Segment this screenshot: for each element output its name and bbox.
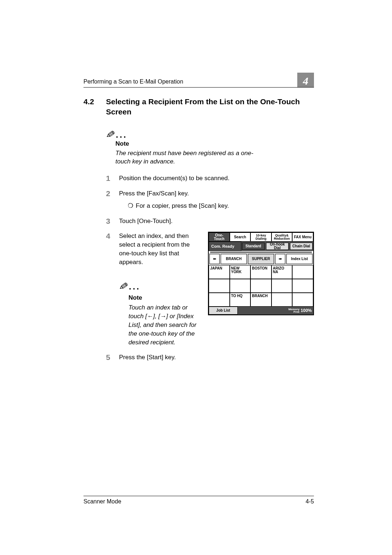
job-list-button[interactable]: Job List [209,307,238,315]
note-label-1: Note [115,140,314,147]
one-touch-key[interactable] [292,279,313,293]
step-text-4: Select an index, and then select a recip… [119,232,195,266]
one-touch-key[interactable] [250,279,271,293]
footer-left: Scanner Mode [83,498,121,505]
one-touch-panel: One-Touch Search 10-key Dialing Quality&… [208,232,314,315]
index-tab-supplier[interactable]: SUPPLIER [248,254,274,264]
section-number: 4.2 [83,97,106,117]
running-header: Performing a Scan to E-Mail Operation [83,78,314,88]
one-touch-key[interactable] [271,279,293,293]
running-header-text: Performing a Scan to E-Mail Operation [83,78,183,85]
step-number-1: 1 [106,174,119,183]
step-text-3: Touch [One-Touch]. [119,217,314,226]
one-touch-grid: JAPAN NEW YORK BOSTON ARIZO NA [209,265,313,307]
index-list-button[interactable]: Index List [286,254,313,264]
tab-one-touch[interactable]: One-Touch [209,232,230,242]
arrow-left-icon: ⬅ [213,257,216,261]
step-number-2: 2 [106,189,119,210]
one-touch-key[interactable]: NEW YORK [230,265,251,279]
one-touch-key[interactable]: BOSTON [250,265,271,279]
pencil-icon: ✎ [105,127,116,142]
step-number-3: 3 [106,217,119,226]
step-number-4: 4 [106,232,119,347]
note-text-2: Touch an index tab or touch [←], [→] or … [128,303,201,347]
one-touch-key[interactable]: TO HQ [230,293,251,307]
tab-search[interactable]: Search [230,232,251,242]
pill-on-hook-dial[interactable]: On-hook Dial [266,243,289,250]
one-touch-key[interactable]: BRANCH [250,293,271,307]
one-touch-key[interactable] [209,293,230,307]
note-block-1: ✎... Note The recipient must have been r… [106,128,314,166]
memory-percent: 100% [301,308,312,314]
nav-prev-button[interactable]: ⬅ [209,254,220,264]
tab-fax-menu[interactable]: FAX Menu [292,232,313,242]
one-touch-key[interactable] [271,293,293,307]
one-touch-key[interactable] [209,279,230,293]
step-2-sub: For a copier, press the [Scan] key. [136,202,229,210]
pill-standard[interactable]: Standard [242,243,265,250]
chapter-badge: 4 [297,73,314,87]
status-com-ready: Com. Ready [209,242,241,251]
one-touch-key[interactable] [292,293,313,307]
note-label-2: Note [128,293,201,302]
step-text-2: Press the [Fax/Scan] key. [119,189,314,198]
one-touch-key[interactable] [292,265,313,279]
note-block-2: ✎... Note Touch an index tab or touch [←… [119,279,201,347]
one-touch-key[interactable]: ARIZO NA [271,265,293,279]
tab-10-key-dialing[interactable]: 10-key Dialing [250,232,271,242]
note-text-1: The recipient must have been registered … [115,149,268,166]
arrow-right-icon: ➡ [279,257,282,261]
nav-next-button[interactable]: ➡ [275,254,285,264]
step-text-1: Position the document(s) to be scanned. [119,174,314,183]
note-dots: ... [116,130,127,139]
memory-label-bottom: Free [293,310,299,313]
footer-right: 4-5 [306,498,314,505]
one-touch-key[interactable]: JAPAN [209,265,230,279]
step-number-5: 5 [106,353,119,362]
sub-bullet-char: ❍ [128,202,136,210]
index-tab-branch[interactable]: BRANCH [221,254,247,264]
tab-quality-reduction[interactable]: Quality& Reduction [271,232,293,242]
section-title: Selecting a Recipient From the List on t… [106,97,314,117]
note-dots: ... [129,281,140,291]
chapter-number: 4 [303,76,309,87]
pill-chain-dial[interactable]: Chain Dial [290,243,313,250]
memory-status: MemoryFree 100% [238,307,313,315]
pencil-icon: ✎ [118,278,130,295]
one-touch-key[interactable] [230,279,251,293]
step-text-5: Press the [Start] key. [119,353,314,362]
